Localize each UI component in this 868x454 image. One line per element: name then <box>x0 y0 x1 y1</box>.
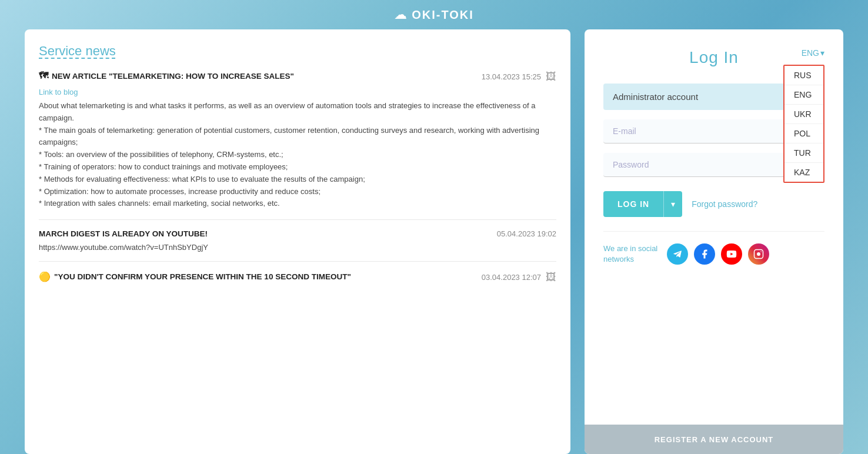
chevron-down-icon: ▾ <box>671 199 675 209</box>
youtube-button[interactable] <box>721 243 742 265</box>
news-item: MARCH DIGEST IS ALREADY ON YOUTUBE! 05.0… <box>39 229 556 262</box>
news-meta: 13.04.2023 15:25 🖼 <box>472 71 556 83</box>
lang-option-kaz[interactable]: KAZ <box>784 163 823 182</box>
lang-selector[interactable]: ENG ▾ RUS ENG UKR POL TUR KAZ <box>802 48 824 58</box>
lang-option-tur[interactable]: TUR <box>784 143 823 163</box>
login-actions: LOG IN ▾ Forgot password? <box>603 191 824 217</box>
login-top: Log In ENG ▾ RUS ENG UKR POL TUR KAZ <box>603 48 824 67</box>
cloud-icon: ☁ <box>394 7 407 22</box>
lang-option-eng[interactable]: ENG <box>784 85 823 105</box>
news-headline: MARCH DIGEST IS ALREADY ON YOUTUBE! <box>39 229 208 238</box>
news-item-header: MARCH DIGEST IS ALREADY ON YOUTUBE! 05.0… <box>39 229 556 238</box>
news-date: 03.04.2023 12:07 <box>482 273 541 282</box>
forgot-password-link[interactable]: Forgot password? <box>692 199 757 209</box>
logo-text: OKI-TOKI <box>412 8 474 22</box>
login-title: Log In <box>689 48 739 67</box>
lang-option-rus[interactable]: RUS <box>784 66 823 85</box>
lang-dropdown[interactable]: RUS ENG UKR POL TUR KAZ <box>783 65 824 183</box>
news-url: https://www.youtube.com/watch?v=UTnhSbYD… <box>39 243 556 252</box>
login-button[interactable]: LOG IN <box>603 191 663 217</box>
news-item-header: 🗺 NEW ARTICLE "TELEMARKETING: HOW TO INC… <box>39 71 556 83</box>
news-date: 13.04.2023 15:25 <box>482 72 541 81</box>
news-item: 🗺 NEW ARTICLE "TELEMARKETING: HOW TO INC… <box>39 71 556 220</box>
top-bar: ☁ OKI-TOKI <box>0 0 868 29</box>
news-meta: 03.04.2023 12:07 🖼 <box>472 271 556 283</box>
news-panel-title[interactable]: Service news <box>39 44 556 59</box>
lang-current-label: ENG <box>802 48 819 58</box>
image-icon: 🖼 <box>546 71 556 83</box>
news-body: About what telemarketing is and what tas… <box>39 100 556 210</box>
login-body: Log In ENG ▾ RUS ENG UKR POL TUR KAZ <box>585 29 843 425</box>
news-headline: 🗺 NEW ARTICLE "TELEMARKETING: HOW TO INC… <box>39 71 294 81</box>
news-headline: 🟡 "YOU DIDN'T CONFIRM YOUR PRESENCE WITH… <box>39 271 351 282</box>
login-dropdown-button[interactable]: ▾ <box>663 191 682 217</box>
register-button-label: REGISTER A NEW ACCOUNT <box>655 435 774 444</box>
chevron-down-icon: ▾ <box>820 48 824 58</box>
news-item-icon: 🟡 <box>39 271 51 282</box>
news-item-header: 🟡 "YOU DIDN'T CONFIRM YOUR PRESENCE WITH… <box>39 271 556 283</box>
login-button-group: LOG IN ▾ <box>603 191 682 217</box>
main-content: Service news 🗺 NEW ARTICLE "TELEMARKETIN… <box>11 29 857 454</box>
news-panel: Service news 🗺 NEW ARTICLE "TELEMARKETIN… <box>25 29 570 454</box>
telegram-button[interactable] <box>667 243 688 265</box>
news-item: 🟡 "YOU DIDN'T CONFIRM YOUR PRESENCE WITH… <box>39 271 556 298</box>
register-footer[interactable]: REGISTER A NEW ACCOUNT <box>585 425 843 454</box>
news-item-icon: 🗺 <box>39 71 48 81</box>
instagram-button[interactable] <box>748 243 769 265</box>
lang-option-ukr[interactable]: UKR <box>784 105 823 124</box>
news-date: 05.04.2023 19:02 <box>497 229 556 238</box>
social-icons <box>667 243 769 265</box>
login-panel: Log In ENG ▾ RUS ENG UKR POL TUR KAZ <box>585 29 843 454</box>
image-icon: 🖼 <box>546 271 556 283</box>
social-section: We are in socialnetworks <box>603 231 824 265</box>
facebook-button[interactable] <box>694 243 715 265</box>
social-text: We are in socialnetworks <box>603 243 657 265</box>
lang-option-pol[interactable]: POL <box>784 124 823 143</box>
news-link[interactable]: Link to blog <box>39 88 556 96</box>
